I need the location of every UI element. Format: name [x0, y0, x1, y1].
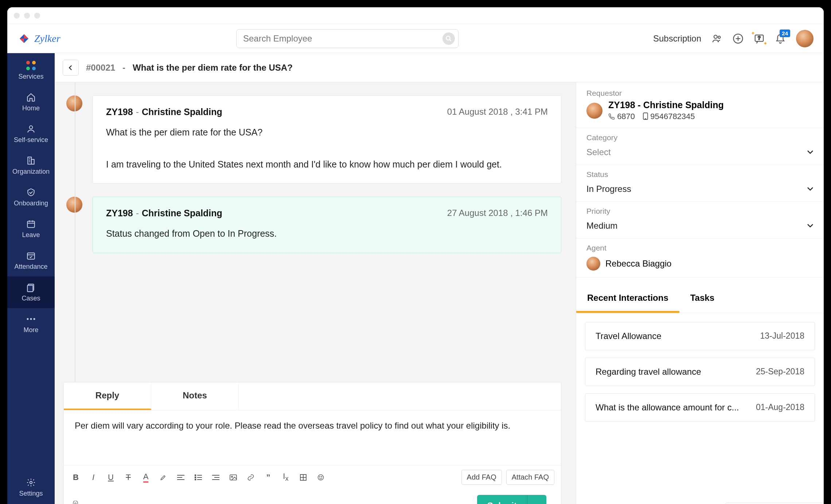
table-icon[interactable] — [298, 472, 309, 483]
italic-icon[interactable]: I — [88, 472, 99, 483]
floating-chip[interactable]: Travel reimbursement — [725, 503, 824, 504]
sidebar: Services Home Self-service Organization … — [7, 53, 55, 504]
case-header: #00021 - What is the per diem rate for t… — [55, 53, 824, 82]
submit-button[interactable]: Submit — [477, 495, 527, 504]
svg-point-3 — [718, 36, 720, 38]
sidebar-item-services[interactable]: Services — [7, 55, 55, 86]
priority-select[interactable]: Medium — [586, 218, 814, 233]
category-field: Category Select — [576, 128, 824, 165]
gear-icon — [26, 477, 36, 488]
help-chat-icon[interactable]: ? — [754, 33, 765, 44]
tab-recent-interactions[interactable]: Recent Interactions — [576, 285, 679, 313]
sidebar-label: Cases — [22, 295, 40, 302]
separator: - — [122, 63, 125, 73]
services-icon — [26, 60, 36, 71]
people-icon[interactable] — [711, 33, 722, 44]
svg-point-23 — [27, 318, 29, 320]
message-body: What is the per diem rate for the USA? I… — [106, 125, 548, 172]
app-body: Services Home Self-service Organization … — [7, 53, 824, 504]
underline-icon[interactable]: U — [105, 472, 116, 483]
back-button[interactable] — [63, 60, 79, 76]
search-input[interactable] — [236, 29, 459, 48]
reply-tabs: Reply Notes — [64, 382, 561, 410]
category-select[interactable]: Select — [586, 145, 814, 160]
building-icon — [26, 155, 36, 166]
traffic-minimize[interactable] — [24, 13, 30, 19]
sender-avatar — [66, 197, 82, 213]
brand-name: Zylker — [34, 33, 61, 44]
body-split: ZY198-Christine Spalding 01 August 2018 … — [55, 82, 824, 504]
top-right-actions: Subscription ? 24 — [653, 30, 814, 47]
tab-reply[interactable]: Reply — [64, 382, 151, 410]
bold-icon[interactable]: B — [70, 472, 81, 483]
topbar: Zylker Subscription ? 24 — [7, 24, 824, 53]
interaction-item[interactable]: Regarding travel allowance 25-Sep-2018 — [585, 358, 815, 386]
status-select[interactable]: In Progress — [586, 182, 814, 196]
requestor-avatar — [586, 103, 602, 119]
indent-icon[interactable] — [210, 472, 221, 483]
attach-faq-button[interactable]: Attach FAQ — [506, 470, 554, 485]
svg-point-35 — [195, 477, 196, 478]
notification-badge: 24 — [780, 29, 790, 37]
calendar-check-icon — [26, 251, 36, 261]
submit-dropdown[interactable] — [527, 495, 546, 504]
traffic-close[interactable] — [14, 13, 20, 19]
brand[interactable]: Zylker — [17, 32, 134, 45]
sidebar-item-more[interactable]: More — [7, 308, 55, 340]
message-card: ZY198-Christine Spalding 01 August 2018 … — [93, 95, 561, 184]
interaction-item[interactable]: What is the allowance amount for c... 01… — [585, 393, 815, 422]
current-user-avatar[interactable] — [796, 30, 814, 47]
chevron-down-icon — [807, 224, 814, 228]
message-from: ZY198-Christine Spalding — [106, 208, 222, 218]
interaction-item[interactable]: Travel Allowance 13-Jul-2018 — [585, 322, 815, 350]
agent-row[interactable]: Rebecca Biaggio — [586, 255, 814, 272]
list-icon[interactable] — [193, 472, 204, 483]
quote-icon[interactable]: ” — [263, 472, 274, 483]
requestor-name: ZY198 - Christine Spalding — [608, 100, 724, 110]
add-faq-button[interactable]: Add FAQ — [461, 470, 502, 485]
svg-point-33 — [195, 475, 196, 476]
browser-frame: Zylker Subscription ? 24 — [7, 7, 824, 504]
svg-rect-10 — [28, 157, 31, 164]
link-icon[interactable] — [245, 472, 256, 483]
window-titlebar — [7, 7, 824, 24]
traffic-zoom[interactable] — [34, 13, 40, 19]
align-icon[interactable] — [175, 472, 186, 483]
font-color-icon[interactable]: A — [140, 472, 151, 483]
reply-editor[interactable]: Per diem will vary according to your rol… — [64, 410, 561, 465]
submit-button-group: Submit — [477, 495, 546, 504]
sidebar-label: Settings — [19, 490, 43, 497]
svg-point-48 — [320, 476, 320, 477]
svg-point-25 — [34, 318, 35, 320]
highlight-icon[interactable] — [158, 472, 169, 483]
sidebar-item-leave[interactable]: Leave — [7, 213, 55, 245]
tab-tasks[interactable]: Tasks — [679, 285, 725, 313]
sidebar-item-self-service[interactable]: Self-service — [7, 118, 55, 150]
svg-point-9 — [30, 126, 33, 129]
image-icon[interactable] — [228, 472, 239, 483]
sidebar-item-attendance[interactable]: Attendance — [7, 245, 55, 276]
sidebar-item-onboarding[interactable]: Onboarding — [7, 181, 55, 213]
sidebar-item-settings[interactable]: Settings — [7, 472, 55, 503]
tab-notes[interactable]: Notes — [151, 382, 239, 410]
priority-field: Priority Medium — [576, 202, 824, 239]
notifications-icon[interactable]: 24 — [775, 33, 786, 44]
agent-avatar — [586, 257, 600, 271]
svg-rect-19 — [27, 253, 35, 259]
add-icon[interactable] — [733, 33, 744, 44]
sidebar-label: Home — [22, 105, 40, 112]
sidebar-item-organization[interactable]: Organization — [7, 150, 55, 181]
subscription-link[interactable]: Subscription — [653, 34, 701, 44]
attachment-icon[interactable] — [71, 501, 80, 504]
sidebar-label: Services — [18, 73, 43, 80]
sender-avatar — [66, 95, 82, 111]
sidebar-item-cases[interactable]: Cases — [7, 276, 55, 308]
status-field: Status In Progress — [576, 165, 824, 202]
strike-icon[interactable]: T — [123, 472, 134, 483]
search-icon[interactable] — [442, 32, 455, 45]
emoji-icon[interactable] — [315, 472, 326, 483]
sidebar-item-home[interactable]: Home — [7, 86, 55, 118]
svg-rect-15 — [27, 221, 35, 227]
clear-format-icon[interactable]: Ix — [280, 472, 291, 483]
svg-point-0 — [446, 36, 450, 40]
